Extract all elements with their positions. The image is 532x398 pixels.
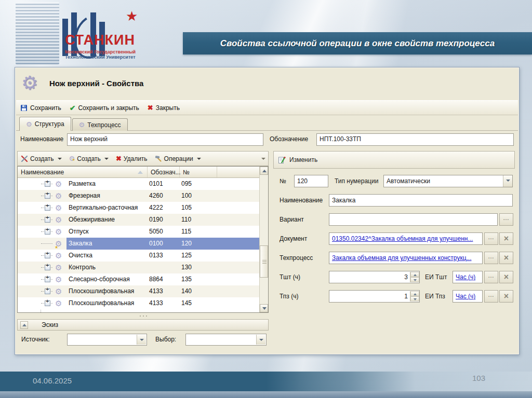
expand-icon[interactable] [45,253,50,258]
check-icon: ✔ [70,104,76,112]
gear-star-icon: ⚙★ [69,155,75,162]
footer-bar: 04.06.2025 [0,372,532,391]
spin-down-icon[interactable] [410,296,419,301]
operation-row[interactable]: ⚙ Фрезерная 4260 100 [18,190,259,202]
clear-button[interactable] [499,232,513,245]
browse-button[interactable] [484,290,498,303]
operation-row[interactable]: ⚙ Слесарно-сборочная 8864 135 [18,273,259,285]
name-field-input[interactable]: Нож верхний [67,133,263,146]
chevron-down-icon[interactable] [137,335,146,345]
operation-row[interactable]: ⚙ Вертикально-расточная 4222 105 [18,202,259,214]
logo-subtitle-1: Московский Государственный [65,49,169,54]
edit-button[interactable]: Изменить [289,156,317,163]
browse-button[interactable] [499,213,513,226]
tab-techprocess[interactable]: ⚙ Техпроцесс [72,118,128,131]
delete-button[interactable]: ✖ Удалить [116,155,148,162]
save-and-close-button[interactable]: ✔ Сохранить и закрыть [70,104,139,112]
close-button[interactable]: ✖ Закрыть [148,104,180,112]
techprocess-link[interactable]: Закалка объемная для улучшенных конструк… [332,254,472,262]
expand-icon[interactable] [45,217,50,223]
document-link[interactable]: 01350.02342^Закалка объемная для улучшен… [332,235,473,242]
gear-icon: ⚙ [55,214,62,226]
clear-button[interactable] [499,252,513,264]
scroll-down-button[interactable] [260,304,268,312]
expand-icon[interactable] [45,289,50,294]
expand-icon[interactable] [45,193,50,199]
source-dropdown[interactable] [67,334,147,346]
structure-panel: Создать ⚙★ Создать ✖ Удалить Операции [17,151,269,350]
column-header-name[interactable]: Наименование [18,167,148,177]
create-object-button[interactable]: ⚙★ Создать [69,155,109,162]
column-header-code[interactable]: Обознач... [148,167,180,177]
operation-row[interactable]: ⚙ Разметка 0101 095 [18,178,259,190]
operations-tree: ⚙ Разметка 0101 095 ⚙ Фрезерная 4260 [18,178,259,312]
expand-icon[interactable] [45,205,50,211]
create-operation-button[interactable]: Создать [21,155,62,162]
expand-icon[interactable] [45,265,50,270]
gear-icon: ⚙ [55,297,62,309]
window-titlebar: ⚙ Нож верхний - Свойства [16,67,518,100]
collapse-icon[interactable] [20,321,28,329]
operation-row[interactable]: ⚙ Очистка 0133 125 [18,250,259,262]
document-label: Документ [280,235,307,242]
operation-row[interactable]: ⚙ Отпуск 5050 115 [18,226,259,238]
spin-up-icon[interactable] [410,291,419,296]
operation-num: 095 [181,178,192,190]
operation-name-input[interactable]: Закалка [329,194,513,207]
chevron-down-icon[interactable] [503,175,512,187]
expand-icon[interactable] [45,229,50,235]
operation-row[interactable]: ⚙ Плоскошлифовальная 4133 145 [18,297,259,309]
scrollbar-thumb[interactable] [260,245,268,278]
operation-code: 4133 [149,297,163,309]
chevron-down-icon[interactable] [256,335,265,345]
column-header-num[interactable]: № [180,167,217,177]
spin-up-icon[interactable] [410,272,419,277]
expand-icon[interactable] [45,277,50,282]
ei-tpz-link[interactable]: Час (ч) [456,293,475,300]
operation-row[interactable]: ⚙ Закалка 0100 120 [18,238,259,250]
num-input[interactable]: 120 [294,175,328,187]
gear-icon: ⚙ [55,285,62,297]
close-label: Закрыть [156,104,180,112]
operation-name: Вертикально-расточная [69,202,138,214]
browse-button[interactable] [484,232,498,245]
operation-row[interactable]: ⚙ Обезжиривание 0190 110 [18,214,259,226]
sketch-controls: Источник: Выбор: [17,334,269,346]
operation-code: 8864 [149,273,163,285]
operation-num: 100 [181,190,192,202]
scroll-up-button[interactable] [260,167,268,175]
browse-button[interactable] [484,252,498,264]
vertical-scrollbar[interactable] [259,167,268,312]
techprocess-row: Техпроцесс Закалка объемная для улучшенн… [273,252,515,264]
gear-icon: ⚙ [55,238,62,250]
name-field-label: Наименование [20,135,63,143]
expand-icon[interactable] [45,300,50,306]
operation-num: 145 [181,297,192,309]
logo-subtitle-2: Технологический Университет [65,54,169,60]
save-button[interactable]: Сохранить [20,104,61,112]
tpz-input[interactable]: 1 [329,290,420,303]
horizontal-splitter[interactable] [17,314,269,318]
chevron-down-icon [58,158,62,160]
toolbar-overflow-icon[interactable] [261,158,265,160]
expand-icon[interactable] [45,181,50,187]
ei-tsht-link[interactable]: Час (ч) [456,273,475,281]
document-row: Документ 01350.02342^Закалка объемная дл… [273,232,515,245]
save-label: Сохранить [30,104,61,112]
choice-dropdown[interactable] [185,334,267,346]
gear-icon: ⚙ [55,178,62,190]
floppy-icon [20,104,28,112]
operation-row[interactable]: ⚙ Контроль 130 [18,262,259,273]
operations-button[interactable]: Операции [155,155,201,162]
clear-button[interactable] [499,290,513,303]
variant-input[interactable] [329,213,498,226]
tsht-input[interactable]: 3 [329,271,420,283]
designation-field-input[interactable]: НПТ.100-33ТП [316,133,514,146]
operation-row[interactable]: ⚙ Плоскошлифовальная 4133 140 [18,285,259,297]
slide-title: Свойства ссылочной операции в окне свойс… [220,38,495,49]
numbering-type-dropdown[interactable]: Автоматически [383,175,513,187]
tab-structure[interactable]: ⚙ Структура [19,117,71,131]
spin-down-icon[interactable] [410,277,419,282]
clear-button[interactable] [499,271,513,283]
browse-button[interactable] [484,271,498,283]
